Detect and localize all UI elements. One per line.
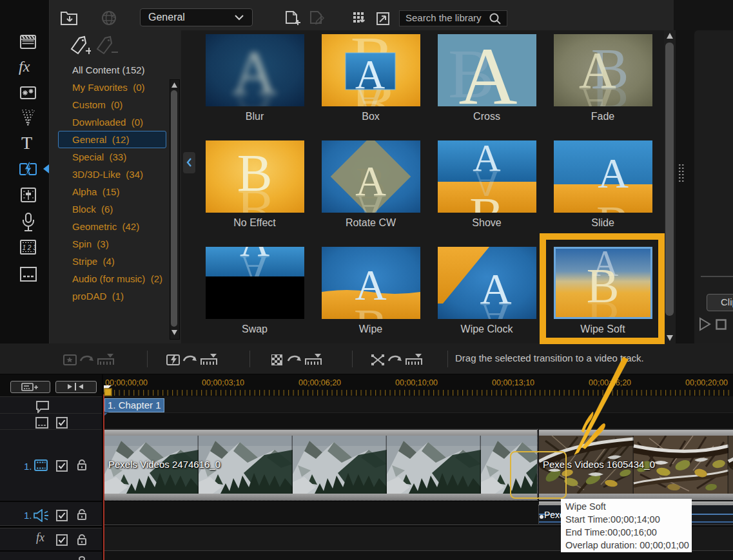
svg-text:B: B <box>354 298 387 343</box>
svg-text:00;00;03;10: 00;00;03;10 <box>202 378 244 387</box>
svg-text:00;00;20;00: 00;00;20;00 <box>685 378 728 387</box>
svg-text:A: A <box>459 32 518 121</box>
svg-text:1 2 3: 1 2 3 <box>23 244 37 251</box>
svg-text:B: B <box>237 179 273 238</box>
svg-text:00;00;13;10: 00;00;13;10 <box>492 378 534 387</box>
svg-text:Slide: Slide <box>591 217 614 228</box>
svg-text:Box: Box <box>362 111 380 122</box>
svg-text:A: A <box>579 77 616 133</box>
svg-text:B: B <box>469 188 503 244</box>
svg-text:00;00;16;20: 00;00;16;20 <box>589 378 631 387</box>
svg-text:Cross: Cross <box>473 111 500 122</box>
svg-text:Wipe: Wipe <box>359 323 383 334</box>
svg-text:00;00;06;20: 00;00;06;20 <box>298 378 341 387</box>
svg-text:Blur: Blur <box>246 111 264 122</box>
svg-text:Shove: Shove <box>472 217 501 228</box>
svg-text:Wipe Clock: Wipe Clock <box>461 323 514 334</box>
svg-text:Swap: Swap <box>242 323 268 334</box>
svg-text:Fade: Fade <box>591 111 615 122</box>
svg-text:A: A <box>598 150 629 197</box>
svg-text:Rotate CW: Rotate CW <box>346 217 396 228</box>
svg-text:A: A <box>480 294 511 343</box>
svg-text:00;00;10;00: 00;00;10;00 <box>395 378 438 387</box>
svg-text:No Effect: No Effect <box>233 217 276 228</box>
